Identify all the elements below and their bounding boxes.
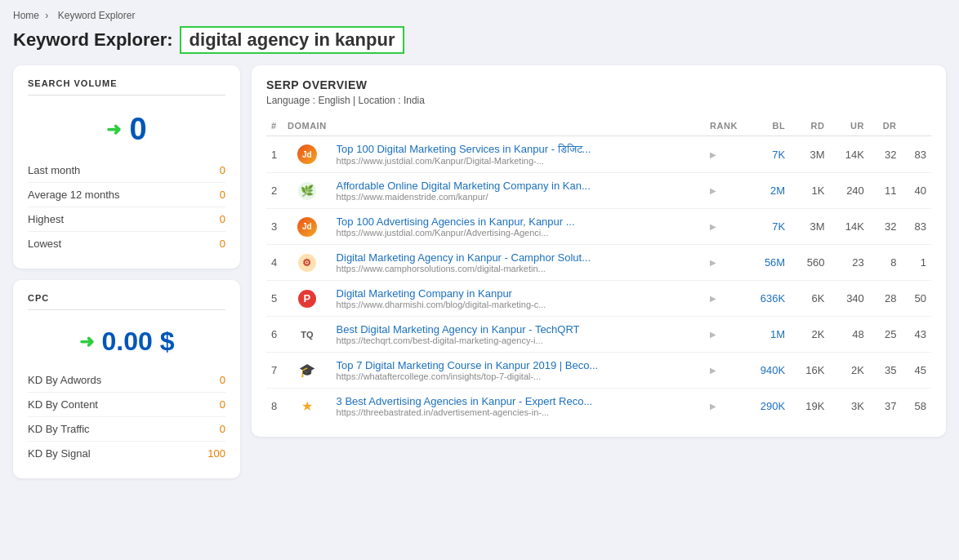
cell-logo: TQ <box>283 317 332 353</box>
cell-num: 5 <box>266 281 283 317</box>
cell-expand-arrow[interactable]: ▶ <box>705 317 743 353</box>
cell-domain: Digital Marketing Company in Kanpur http… <box>332 281 706 317</box>
cell-rd: 23 <box>830 245 869 281</box>
cell-domain: Digital Marketing Agency in Kanpur - Cam… <box>332 245 706 281</box>
cell-logo: ★ <box>283 389 332 424</box>
cell-logo: ⚙ <box>283 245 332 281</box>
cpc-metrics: KD By Adwords 0 KD By Content 0 KD By Tr… <box>28 368 225 465</box>
cell-dr: 43 <box>902 317 931 353</box>
cell-expand-arrow[interactable]: ▶ <box>705 353 743 389</box>
cell-logo: P <box>283 281 332 317</box>
cpc-arrow-icon: ➜ <box>79 331 94 353</box>
cell-dr: 1 <box>902 245 931 281</box>
cell-expand-arrow[interactable]: ▶ <box>705 281 743 317</box>
logo-jd-icon: Jd <box>297 217 317 237</box>
cell-bl: 1K <box>790 173 829 209</box>
cell-rank: 7K <box>743 209 790 245</box>
domain-link[interactable]: Digital Marketing Agency in Kanpur - Cam… <box>337 251 614 264</box>
cell-ur: 28 <box>869 281 902 317</box>
serp-overview-panel: SERP OVERVIEW Language : English | Locat… <box>252 65 946 437</box>
col-rank: RANK <box>705 118 743 136</box>
domain-link[interactable]: Digital Marketing Company in Kanpur <box>337 287 614 300</box>
kd-content-label: KD By Content <box>28 398 98 411</box>
cell-expand-arrow[interactable]: ▶ <box>705 173 743 209</box>
cell-expand-arrow[interactable]: ▶ <box>705 389 743 424</box>
search-volume-card: SEARCH VOLUME ➜ 0 Last month 0 Average 1… <box>13 65 240 269</box>
keyword-display[interactable]: digital agency in kanpur <box>180 26 405 54</box>
cell-bl: 560 <box>790 245 829 281</box>
cpc-card: CPC ➜ 0.00 $ KD By Adwords 0 KD By Conte… <box>13 280 240 478</box>
metric-kd-traffic: KD By Traffic 0 <box>28 417 225 442</box>
metric-highest: Highest 0 <box>28 207 225 232</box>
kd-content-value: 0 <box>220 398 225 411</box>
search-volume-value: ➜ 0 <box>28 104 225 158</box>
metric-avg-12-value: 0 <box>220 189 225 201</box>
cell-bl: 19K <box>790 389 829 424</box>
cell-expand-arrow[interactable]: ▶ <box>705 245 743 281</box>
domain-url: https://www.dharmishi.com/blog/digital-m… <box>337 300 614 309</box>
domain-link[interactable]: Top 100 Advertising Agencies in Kanpur, … <box>337 216 614 228</box>
cell-ur: 25 <box>869 317 902 353</box>
table-row: 4 ⚙ Digital Marketing Agency in Kanpur -… <box>266 245 931 281</box>
table-row: 7 🎓 Top 7 Digital Marketing Course in Ka… <box>266 353 931 389</box>
domain-link[interactable]: Top 100 Digital Marketing Services in Ka… <box>337 143 614 156</box>
cell-domain: Best Digital Marketing Agency in Kanpur … <box>332 317 706 353</box>
breadcrumb: Home › Keyword Explorer <box>13 10 946 21</box>
logo-green-icon: 🌿 <box>298 182 316 200</box>
domain-url: https://www.camphorsolutions.com/digital… <box>337 264 614 273</box>
serp-language-info: Language : English | Location : India <box>266 95 931 106</box>
cell-bl: 2K <box>790 317 829 353</box>
search-volume-metrics: Last month 0 Average 12 months 0 Highest… <box>28 158 225 256</box>
cell-rd: 240 <box>830 173 869 209</box>
metric-avg-12: Average 12 months 0 <box>28 183 225 207</box>
domain-url: https://techqrt.com/best-digital-marketi… <box>337 336 614 345</box>
cell-dr: 83 <box>902 136 931 173</box>
metric-kd-content: KD By Content 0 <box>28 393 225 417</box>
cell-domain: Top 100 Advertising Agencies in Kanpur, … <box>332 209 706 245</box>
cell-ur: 37 <box>869 389 902 424</box>
domain-link[interactable]: Best Digital Marketing Agency in Kanpur … <box>337 323 614 336</box>
domain-url: https://threebastrated.in/advertisement-… <box>337 407 614 417</box>
cell-domain: Top 7 Digital Marketing Course in Kanpur… <box>332 353 706 389</box>
domain-link[interactable]: 3 Best Advertising Agencies in Kanpur - … <box>337 395 614 407</box>
cell-rd: 3K <box>830 389 869 424</box>
cell-bl: 16K <box>790 353 829 389</box>
breadcrumb-home[interactable]: Home <box>13 10 39 21</box>
cell-rank: 290K <box>743 389 790 424</box>
domain-link[interactable]: Top 7 Digital Marketing Course in Kanpur… <box>337 359 614 371</box>
kd-traffic-label: KD By Traffic <box>28 423 90 435</box>
cell-dr: 50 <box>902 281 931 317</box>
col-ur: UR <box>830 118 869 136</box>
cell-dr: 58 <box>902 389 931 424</box>
cell-rank: 7K <box>743 136 790 173</box>
logo-pinterest-icon: P <box>298 290 316 308</box>
table-row: 8 ★ 3 Best Advertising Agencies in Kanpu… <box>266 389 931 424</box>
domain-link[interactable]: Affordable Online Digital Marketing Comp… <box>337 180 614 192</box>
serp-table: # DOMAIN RANK BL RD UR DR 1 Jd Top 100 D… <box>266 118 931 424</box>
col-rd: RD <box>790 118 829 136</box>
metric-lowest: Lowest 0 <box>28 232 225 256</box>
search-volume-title: SEARCH VOLUME <box>28 78 225 96</box>
cell-bl: 3M <box>790 209 829 245</box>
cell-logo: 🎓 <box>283 353 332 389</box>
cell-dr: 45 <box>902 353 931 389</box>
cell-num: 7 <box>266 353 283 389</box>
table-row: 3 Jd Top 100 Advertising Agencies in Kan… <box>266 209 931 245</box>
cell-expand-arrow[interactable]: ▶ <box>705 209 743 245</box>
cell-rank: 56M <box>743 245 790 281</box>
col-dr: DR <box>869 118 902 136</box>
cell-rank: 636K <box>743 281 790 317</box>
cell-dr: 83 <box>902 209 931 245</box>
table-row: 6 TQ Best Digital Marketing Agency in Ka… <box>266 317 931 353</box>
cell-rd: 340 <box>830 281 869 317</box>
cell-domain: Top 100 Digital Marketing Services in Ka… <box>332 136 706 173</box>
volume-arrow-icon: ➜ <box>106 119 121 140</box>
cell-rd: 48 <box>830 317 869 353</box>
cell-expand-arrow[interactable]: ▶ <box>705 136 743 173</box>
metric-kd-signal: KD By Signal 100 <box>28 442 225 465</box>
cpc-title: CPC <box>28 293 225 310</box>
metric-highest-value: 0 <box>220 213 225 225</box>
logo-bird-icon: 🎓 <box>298 362 316 380</box>
col-bl: BL <box>743 118 790 136</box>
cell-bl: 3M <box>790 136 829 173</box>
